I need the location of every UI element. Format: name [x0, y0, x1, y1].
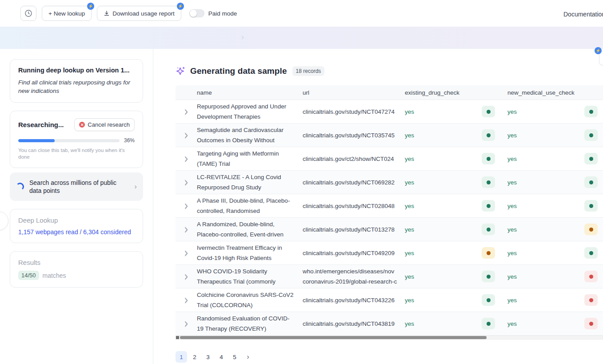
download-usage-report-button[interactable]: Download usage report ⚡ [97, 6, 181, 21]
row-expand-chevron-icon[interactable]: › [184, 177, 188, 188]
search-data-points-panel[interactable]: Search across millions of public data po… [10, 172, 143, 201]
row-expand-chevron-icon[interactable]: › [184, 224, 188, 235]
page-button-2[interactable]: 2 [189, 351, 200, 363]
progress-bar [18, 139, 120, 142]
data-table: nameurlexisting_drug_checknew_medical_us… [176, 85, 603, 336]
gradient-banner: › [0, 27, 603, 49]
clock-icon [24, 9, 32, 17]
cell-name: Colchicine Coronavirus SARS-CoV2 Trial (… [197, 290, 303, 310]
status-dot-icon [487, 133, 491, 137]
table-body: › Repurposed Approved and Under Developm… [176, 100, 603, 336]
cell-new-medical-use-check: yes [507, 294, 603, 306]
trial-url-text: clinicaltrials.gov/study/NCT069282 [303, 177, 405, 188]
cancel-research-button[interactable]: ✕ Cancel research [74, 118, 135, 131]
cell-url: clinicaltrials.gov/study/NCT043226 [303, 295, 405, 305]
existing-drug-status-badge [482, 176, 495, 188]
status-dot-icon [589, 133, 593, 137]
trial-name-text: Ivermectin Treatment Efficacy in Covid-1… [197, 243, 294, 263]
cell-existing-drug-check: yes [405, 176, 507, 188]
scrollbar-left-cap [176, 336, 179, 339]
cell-name: Targeting Aging with Metformin (TAME) Tr… [197, 148, 303, 169]
lookup-card: Running deep lookup on Version 1... Find… [10, 59, 143, 103]
row-expand-chevron-icon[interactable]: › [184, 200, 188, 212]
table-header-row: nameurlexisting_drug_checknew_medical_us… [176, 85, 603, 100]
existing-drug-status-badge [482, 271, 495, 282]
pagination: 12345› [176, 351, 603, 363]
cell-existing-drug-check: yes [405, 224, 507, 235]
status-dot-icon [487, 110, 491, 114]
documentation-link[interactable]: Documentation [563, 11, 603, 18]
row-expand-chevron-icon[interactable]: › [184, 295, 188, 306]
cell-new-medical-use-check: yes [507, 200, 603, 212]
status-dot-icon [487, 322, 491, 326]
sidebar-collapse-button[interactable]: ‹ [0, 212, 8, 230]
webpages-read-link[interactable]: 1,157 webpages read / 6,304 considered [18, 228, 135, 236]
history-button[interactable] [20, 6, 36, 21]
horizontal-scrollbar[interactable] [176, 336, 603, 340]
cell-new-medical-use-check: yes [507, 153, 603, 164]
table-row: › Repurposed Approved and Under Developm… [176, 100, 603, 124]
table-row: › A Phase III, Double-blind, Placebo-con… [176, 194, 603, 218]
deep-lookup-card: Deep Lookup 1,157 webpages read / 6,304 … [10, 209, 143, 243]
trial-url-text: clinicaltrials.gov/study/NCT035745 [303, 130, 405, 140]
column-header-new_medical_use_check: new_medical_use_check [507, 89, 603, 96]
cell-url: clinicaltrials.gov/study/NCT047274 [303, 107, 405, 117]
page-button-3[interactable]: 3 [202, 351, 214, 363]
row-expand-chevron-icon[interactable]: › [184, 248, 188, 259]
results-card: Results 14/50 matches [10, 251, 143, 288]
status-dot-icon [487, 204, 491, 208]
new-medical-use-status-badge [584, 318, 598, 329]
cell-new-medical-use-check: yes [507, 224, 603, 235]
research-card: Researching... ✕ Cancel research 36% You… [10, 111, 143, 168]
page-button-4[interactable]: 4 [216, 351, 227, 363]
cell-new-medical-use-check: yes [507, 176, 603, 188]
table-row: › Colchicine Coronavirus SARS-CoV2 Trial… [176, 288, 603, 312]
status-dot-icon [589, 110, 593, 114]
cell-existing-drug-check: yes [405, 294, 507, 306]
sidebar: Running deep lookup on Version 1... Find… [0, 49, 153, 364]
new-medical-use-check-value: yes [507, 108, 517, 115]
cell-url: clinicaltrials.gov/study/NCT043819 [303, 319, 405, 329]
new-medical-use-check-value: yes [507, 179, 517, 186]
column-header-url: url [303, 89, 405, 96]
next-page-button[interactable]: › [242, 351, 254, 363]
row-expand-chevron-icon[interactable]: › [184, 106, 188, 117]
existing-drug-status-badge [482, 318, 495, 329]
trial-url-text: clinicaltrials.gov/study/NCT043819 [303, 319, 405, 329]
page-button-5[interactable]: 5 [229, 351, 240, 363]
cell-new-medical-use-check: yes [507, 129, 603, 141]
existing-drug-check-value: yes [405, 179, 414, 186]
new-medical-use-status-badge [584, 153, 598, 164]
new-medical-use-status-badge [584, 294, 598, 306]
progress-bar-fill [18, 139, 55, 142]
cell-name: A Phase III, Double-blind, Placebo-contr… [197, 196, 303, 216]
cell-existing-drug-check: yes [405, 247, 507, 259]
cell-name: WHO COVID-19 Solidarity Therapeutics Tri… [197, 266, 303, 287]
new-medical-use-status-badge [584, 247, 598, 259]
trial-url-text: clinicaltrials.gov/study/NCT049209 [303, 248, 405, 258]
new-medical-use-check-value: yes [507, 273, 517, 280]
new-lookup-button[interactable]: + New lookup ⚡ [42, 6, 92, 21]
deep-lookup-title: Deep Lookup [18, 216, 135, 224]
cell-existing-drug-check: yes [405, 318, 507, 329]
row-expand-chevron-icon[interactable]: › [184, 271, 188, 282]
paid-mode-toggle[interactable] [189, 9, 204, 17]
row-expand-chevron-icon[interactable]: › [184, 153, 188, 164]
table-row: › Ivermectin Treatment Efficacy in Covid… [176, 241, 603, 265]
new-medical-use-check-value: yes [507, 226, 517, 233]
download-usage-report-label: Download usage report [112, 10, 175, 17]
cell-existing-drug-check: yes [405, 271, 507, 282]
row-expand-chevron-icon[interactable]: › [184, 318, 188, 329]
existing-drug-status-badge [482, 294, 495, 306]
cell-url: clinicaltrials.gov/study/NCT035745 [303, 130, 405, 140]
existing-drug-status-badge [482, 247, 495, 259]
status-dot-icon [589, 298, 593, 302]
cell-url: clinicaltrials.gov/study/NCT049209 [303, 248, 405, 258]
topbar: + New lookup ⚡ Download usage report ⚡ P… [0, 0, 603, 27]
page-button-1[interactable]: 1 [176, 351, 187, 363]
cell-name: LC-REVITALIZE - A Long Covid Repurposed … [197, 172, 303, 192]
scrollbar-thumb[interactable] [180, 336, 487, 339]
trial-name-text: Semaglutide and Cardiovascular Outcomes … [197, 125, 294, 145]
row-expand-chevron-icon[interactable]: › [184, 130, 188, 141]
trial-name-text: WHO COVID-19 Solidarity Therapeutics Tri… [197, 266, 294, 287]
